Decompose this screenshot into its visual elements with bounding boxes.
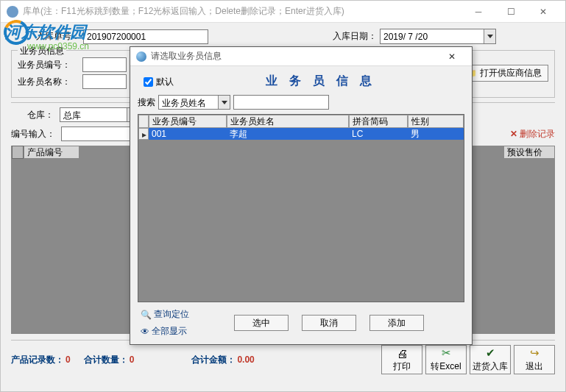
sales-code-input[interactable] [82, 57, 127, 72]
search-field-select[interactable]: 业务员姓名 [158, 95, 230, 110]
search-icon: 🔍 [141, 310, 152, 320]
exit-button[interactable]: ↪ 退出 [514, 345, 555, 374]
print-label: 打印 [393, 360, 411, 373]
row-indicator: ▸ [138, 128, 149, 140]
status-bar: 产品记录数： 0 合计数量： 0 合计金额： 0.00 🖨 打印 ✂ 转Exce… [1, 341, 565, 379]
minimize-button[interactable]: ─ [462, 1, 495, 22]
col-sales-name[interactable]: 业务员姓名 [227, 115, 349, 128]
cell-pinyin: LC [349, 128, 408, 140]
sales-name-input[interactable] [82, 74, 127, 89]
warehouse-label: 仓库： [27, 109, 54, 121]
table-row[interactable]: ▸ 001 李超 LC 男 [138, 128, 464, 140]
dialog-grid[interactable]: 业务员编号 业务员姓名 拼音简码 性别 ▸ 001 李超 LC 男 [138, 114, 464, 302]
dialog-grid-header: 业务员编号 业务员姓名 拼音简码 性别 [138, 115, 464, 128]
grid-empty-area [138, 140, 464, 302]
total-amt-label: 合计金额： [191, 354, 236, 366]
stockin-label: 进货入库 [473, 360, 508, 373]
delete-record-label: 删除记录 [520, 128, 555, 140]
open-supplier-button[interactable]: 📁 打开供应商信息 [459, 65, 548, 82]
warehouse-select[interactable]: 总库 [60, 107, 139, 122]
dialog-close-button[interactable]: ✕ [438, 48, 466, 65]
locate-button[interactable]: 🔍 查询定位 [141, 308, 189, 321]
cell-code: 001 [149, 128, 227, 140]
check-icon: ✔ [486, 346, 495, 360]
show-all-label: 全部显示 [152, 325, 187, 338]
sales-name-label: 业务员名称： [18, 76, 75, 88]
col-sales-code[interactable]: 业务员编号 [149, 115, 227, 128]
excel-button[interactable]: ✂ 转Excel [425, 345, 467, 374]
main-title: 库单(注：F11光标跳到数量；F12光标返回输入；Delete删除记录；Ente… [23, 5, 462, 18]
default-checkbox[interactable] [144, 77, 153, 87]
cancel-button[interactable]: 取消 [302, 315, 356, 331]
close-icon: ✕ [510, 129, 517, 139]
chevron-down-icon [484, 29, 495, 43]
dialog-titlebar: 请选取业务员信息 ✕ [130, 47, 472, 66]
locate-label: 查询定位 [154, 308, 189, 321]
globe-icon [136, 51, 146, 62]
print-button[interactable]: 🖨 打印 [381, 345, 422, 374]
record-count-label: 产品记录数： [11, 354, 64, 366]
exit-icon: ↪ [530, 346, 540, 360]
cell-name: 李超 [227, 128, 349, 140]
total-qty-label: 合计数量： [84, 354, 128, 366]
stockin-button[interactable]: ✔ 进货入库 [470, 345, 511, 374]
excel-label: 转Excel [431, 360, 461, 373]
date-value: 2019/ 7 /20 [381, 30, 484, 43]
chevron-down-icon [218, 96, 230, 109]
show-all-button[interactable]: 👁 全部显示 [141, 325, 189, 338]
app-icon [7, 6, 18, 18]
total-amt-value: 0.00 [237, 354, 254, 365]
default-label: 默认 [156, 76, 174, 88]
dialog-heading: 业务员信息 [174, 74, 464, 89]
fieldset-legend: 业务员信息 [18, 45, 66, 57]
printer-icon: 🖨 [397, 347, 408, 360]
col-product-code[interactable]: 产品编号 [24, 146, 79, 159]
search-label: 搜索 [138, 96, 155, 109]
add-button[interactable]: 添加 [369, 315, 424, 331]
order-no-input[interactable] [83, 29, 208, 44]
eye-icon: 👁 [141, 327, 149, 337]
window-controls: ─ ☐ ✕ [462, 1, 559, 22]
col-gender[interactable]: 性别 [408, 115, 464, 128]
maximize-button[interactable]: ☐ [495, 1, 527, 22]
select-button[interactable]: 选中 [234, 315, 289, 331]
cell-gender: 男 [408, 128, 464, 140]
excel-icon: ✂ [442, 346, 451, 360]
col-preset-price[interactable]: 预设售价 [503, 146, 555, 159]
close-button[interactable]: ✕ [527, 1, 559, 22]
warehouse-value: 总库 [60, 108, 127, 121]
date-picker[interactable]: 2019/ 7 /20 [380, 29, 496, 44]
search-input[interactable] [233, 95, 329, 110]
total-qty-value: 0 [130, 354, 135, 365]
date-label: 入库日期： [333, 30, 377, 43]
delete-record-button[interactable]: ✕ 删除记录 [510, 128, 555, 140]
col-pinyin[interactable]: 拼音简码 [349, 115, 408, 128]
search-field-value: 业务员姓名 [159, 96, 218, 109]
code-input-label: 编号输入： [11, 128, 55, 140]
order-no-label: 入库单号： [36, 30, 80, 43]
dialog-title: 请选取业务员信息 [151, 50, 438, 63]
main-titlebar: 库单(注：F11光标跳到数量；F12光标返回输入；Delete删除记录；Ente… [1, 1, 565, 23]
open-supplier-label: 打开供应商信息 [480, 67, 542, 79]
grid-corner [12, 146, 24, 159]
record-count-value: 0 [66, 354, 71, 365]
exit-label: 退出 [526, 360, 543, 373]
sales-dialog: 请选取业务员信息 ✕ 默认 业务员信息 搜索 业务员姓名 业务员编号 [130, 46, 473, 345]
sales-code-label: 业务员编号： [18, 59, 75, 71]
row-selector-col [138, 115, 149, 128]
